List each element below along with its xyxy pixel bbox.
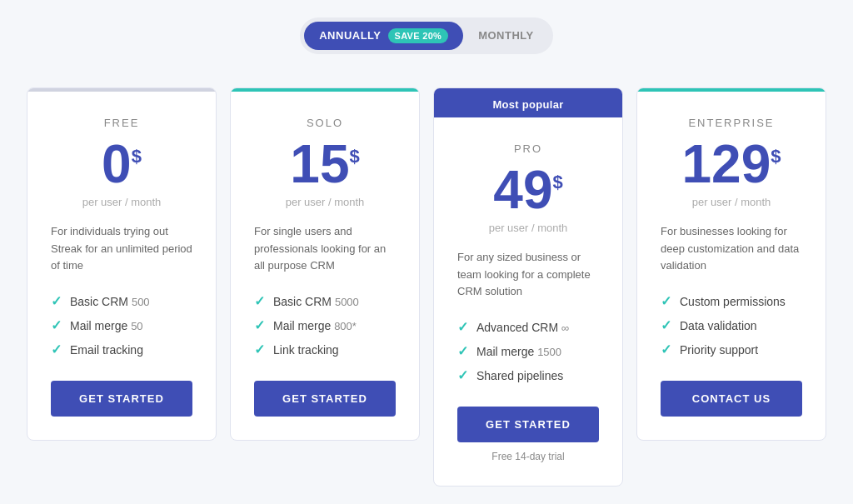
feature-count: 50 (131, 320, 142, 332)
plan-card-pro: Most popular PRO 49 $ per user / month F… (433, 87, 623, 487)
plan-period: per user / month (457, 222, 599, 234)
monthly-option[interactable]: MONTHLY (463, 22, 549, 48)
check-icon: ✓ (661, 342, 671, 357)
feature-text: Mail merge 1500 (476, 345, 561, 358)
plan-card-enterprise: ENTERPRISE 129 $ per user / month For bu… (636, 87, 826, 441)
annually-option[interactable]: ANNUALLY SAVE 20% (304, 22, 463, 50)
check-icon: ✓ (254, 342, 265, 357)
plan-price-dollar: $ (771, 146, 781, 167)
feature-count: 500 (132, 296, 150, 308)
feature-text: Mail merge 800* (273, 319, 357, 332)
feature-item: ✓ Mail merge 50 (51, 317, 192, 333)
plan-name: SOLO (254, 117, 396, 129)
feature-count: 800* (334, 320, 357, 332)
feature-item: ✓ Advanced CRM ∞ (457, 319, 599, 335)
feature-text: Data validation (680, 319, 757, 332)
check-icon: ✓ (661, 293, 671, 309)
save-badge: SAVE 20% (388, 28, 449, 43)
feature-item: ✓ Basic CRM 500 (51, 293, 192, 309)
plan-features: ✓ Custom permissions ✓ Data validation ✓… (661, 293, 802, 357)
feature-item: ✓ Custom permissions (661, 293, 802, 309)
plan-card-inner: ENTERPRISE 129 $ per user / month For bu… (637, 92, 826, 440)
check-icon: ✓ (661, 317, 671, 333)
feature-text: Mail merge 50 (70, 319, 143, 332)
plan-name: PRO (457, 142, 599, 155)
check-icon: ✓ (51, 342, 62, 357)
plan-card-inner: SOLO 15 $ per user / month For single us… (231, 92, 419, 440)
plan-name: ENTERPRISE (661, 117, 802, 129)
feature-item: ✓ Link tracking (254, 342, 396, 357)
plan-card-inner: PRO 49 $ per user / month For any sized … (434, 117, 622, 486)
feature-text: Advanced CRM ∞ (476, 321, 569, 334)
most-popular-banner: Most popular (434, 92, 622, 117)
trial-text: Free 14-day trial (457, 451, 599, 462)
feature-text: Basic CRM 500 (70, 295, 150, 308)
plan-price: 129 $ (661, 137, 802, 191)
check-icon: ✓ (457, 319, 468, 335)
check-icon: ✓ (254, 293, 265, 309)
plan-period: per user / month (661, 196, 802, 208)
plan-period: per user / month (51, 196, 192, 208)
check-icon: ✓ (457, 343, 468, 359)
plan-price-amount: 129 (681, 137, 771, 191)
plan-price-amount: 0 (102, 137, 132, 191)
feature-text: Custom permissions (680, 295, 786, 308)
plan-price-amount: 49 (493, 163, 552, 217)
plan-price: 0 $ (51, 137, 192, 191)
plan-price-dollar: $ (349, 146, 359, 167)
plan-description: For single users and professionals looki… (254, 223, 396, 275)
plan-card-inner: FREE 0 $ per user / month For individual… (27, 92, 216, 440)
plans-container: FREE 0 $ per user / month For individual… (27, 87, 826, 487)
feature-item: ✓ Priority support (661, 342, 802, 357)
feature-item: ✓ Mail merge 800* (254, 317, 396, 333)
plan-description: For any sized business or team looking f… (457, 249, 599, 301)
plan-cta-button[interactable]: GET STARTED (254, 381, 396, 417)
check-icon: ✓ (51, 317, 62, 333)
plan-features: ✓ Advanced CRM ∞ ✓ Mail merge 1500 ✓ Sha… (457, 319, 599, 383)
plan-cta-button[interactable]: CONTACT US (661, 381, 802, 417)
plan-features: ✓ Basic CRM 500 ✓ Mail merge 50 ✓ Email … (51, 293, 192, 357)
plan-description: For individuals trying out Streak for an… (51, 223, 192, 275)
plan-cta-button[interactable]: GET STARTED (51, 381, 192, 417)
plan-period: per user / month (254, 196, 396, 208)
feature-item: ✓ Basic CRM 5000 (254, 293, 396, 309)
feature-text: Link tracking (273, 343, 339, 357)
plan-description: For businesses looking for deep customiz… (661, 223, 802, 275)
feature-item: ✓ Shared pipelines (457, 367, 599, 383)
check-icon: ✓ (254, 317, 265, 333)
plan-price-dollar: $ (552, 172, 562, 193)
feature-count: 5000 (335, 296, 359, 308)
feature-text: Basic CRM 5000 (273, 295, 359, 308)
feature-count: 1500 (537, 346, 561, 358)
feature-text: Shared pipelines (476, 369, 563, 382)
plan-price: 49 $ (457, 163, 599, 217)
plan-cta-button[interactable]: GET STARTED (457, 407, 599, 442)
feature-item: ✓ Mail merge 1500 (457, 343, 599, 359)
billing-toggle: ANNUALLY SAVE 20% MONTHLY (300, 17, 553, 54)
feature-count: ∞ (561, 322, 569, 334)
check-icon: ✓ (457, 367, 468, 383)
feature-text: Email tracking (70, 343, 143, 357)
plan-card-solo: SOLO 15 $ per user / month For single us… (230, 87, 420, 441)
feature-item: ✓ Email tracking (51, 342, 192, 357)
plan-price-dollar: $ (132, 146, 142, 167)
feature-text: Priority support (680, 343, 758, 357)
annually-label: ANNUALLY (319, 29, 381, 42)
plan-name: FREE (51, 117, 192, 129)
plan-features: ✓ Basic CRM 5000 ✓ Mail merge 800* ✓ Lin… (254, 293, 396, 357)
plan-price: 15 $ (254, 137, 396, 191)
check-icon: ✓ (51, 293, 62, 309)
plan-price-amount: 15 (290, 137, 349, 191)
plan-card-free: FREE 0 $ per user / month For individual… (27, 87, 217, 441)
feature-item: ✓ Data validation (661, 317, 802, 333)
